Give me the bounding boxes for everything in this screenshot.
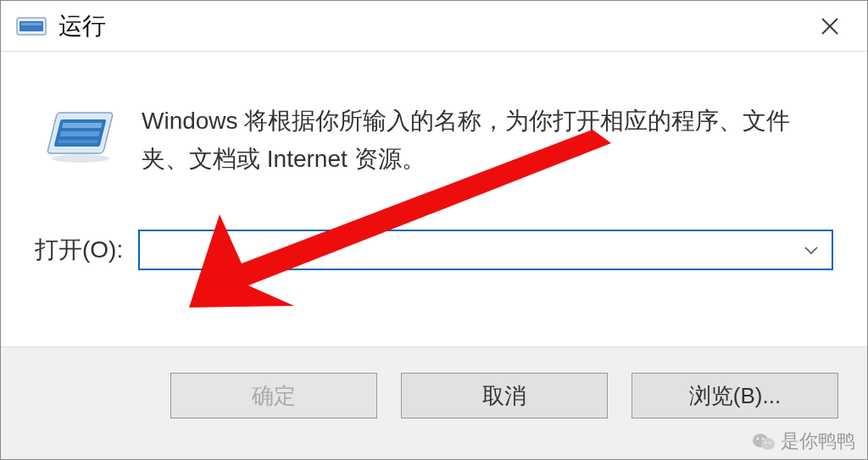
titlebar: 运行 — [1, 1, 867, 52]
svg-rect-8 — [60, 131, 100, 136]
watermark-text: 是你鸭鸭 — [781, 429, 855, 454]
open-row: 打开(O): — [35, 230, 833, 270]
svg-point-15 — [762, 438, 764, 440]
open-combobox[interactable] — [138, 230, 833, 270]
button-bar: 确定 取消 浏览(B)... — [1, 346, 867, 459]
browse-button[interactable]: 浏览(B)... — [632, 373, 838, 418]
watermark: 是你鸭鸭 — [752, 429, 855, 454]
svg-rect-1 — [19, 21, 43, 31]
ok-button-label: 确定 — [252, 381, 296, 411]
dialog-title: 运行 — [58, 10, 810, 42]
close-button[interactable] — [810, 6, 850, 47]
svg-point-10 — [52, 154, 109, 163]
dialog-body: Windows 将根据你所输入的名称，为你打开相应的程序、文件夹、文档或 Int… — [1, 52, 867, 346]
svg-point-14 — [757, 438, 759, 440]
run-program-icon — [43, 108, 116, 163]
open-input[interactable] — [150, 231, 801, 269]
cancel-button[interactable]: 取消 — [401, 373, 608, 418]
chevron-down-icon[interactable] — [801, 240, 821, 260]
svg-rect-7 — [62, 123, 102, 128]
run-dialog: 运行 Window — [0, 0, 868, 460]
svg-point-16 — [765, 442, 767, 444]
open-label: 打开(O): — [35, 234, 123, 266]
wechat-icon — [752, 432, 776, 451]
browse-button-label: 浏览(B)... — [689, 381, 781, 411]
cancel-button-label: 取消 — [482, 381, 526, 411]
ok-button[interactable]: 确定 — [170, 373, 377, 418]
run-titlebar-icon — [16, 15, 47, 37]
svg-rect-9 — [58, 140, 98, 143]
svg-point-17 — [770, 442, 771, 444]
description-text: Windows 将根据你所输入的名称，为你打开相应的程序、文件夹、文档或 Int… — [142, 103, 833, 179]
description-row: Windows 将根据你所输入的名称，为你打开相应的程序、文件夹、文档或 Int… — [35, 103, 833, 179]
close-icon — [821, 17, 839, 36]
svg-rect-2 — [21, 23, 42, 25]
